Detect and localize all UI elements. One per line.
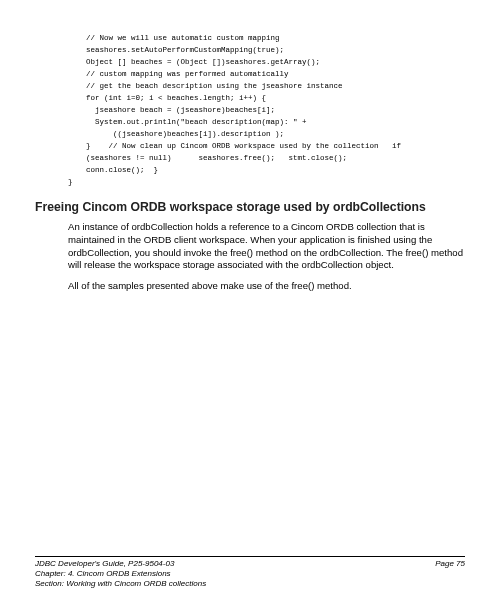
paragraph: An instance of ordbCollection holds a re…: [68, 221, 465, 272]
code-line: (seashores != null) seashores.free(); st…: [68, 154, 347, 162]
footer-title: JDBC Developer's Guide, P25-9504-03: [35, 559, 206, 569]
code-line: Object [] beaches = (Object [])seashores…: [68, 58, 320, 66]
section-heading: Freeing Cincom ORDB workspace storage us…: [35, 200, 465, 215]
code-line: jseashore beach = (jseashore)beaches[i];: [68, 106, 275, 114]
code-line: // custom mapping was performed automati…: [68, 70, 289, 78]
code-line: }: [68, 178, 73, 186]
code-line: } // Now clean up Cincom ORDB workspace …: [68, 142, 401, 150]
footer-divider: [35, 556, 465, 557]
footer-left: JDBC Developer's Guide, P25-9504-03 Chap…: [35, 559, 206, 589]
footer-section: Section: Working with Cincom ORDB collec…: [35, 579, 206, 589]
code-line: // get the beach description using the j…: [68, 82, 343, 90]
paragraph: All of the samples presented above make …: [68, 280, 465, 293]
code-line: ((jseashore)beaches[i]).description );: [68, 130, 284, 138]
code-line: System.out.println("beach description(ma…: [68, 118, 307, 126]
footer-page-number: Page 75: [435, 559, 465, 568]
code-block: // Now we will use automatic custom mapp…: [68, 20, 465, 188]
footer-chapter: Chapter: 4. Cincom ORDB Extensions: [35, 569, 206, 579]
page-footer: JDBC Developer's Guide, P25-9504-03 Chap…: [35, 556, 465, 589]
code-line: // Now we will use automatic custom mapp…: [68, 34, 280, 42]
code-line: seashores.setAutoPerformCustomMapping(tr…: [68, 46, 284, 54]
code-line: for (int i=0; i < beaches.length; i++) {: [68, 94, 266, 102]
code-line: conn.close(); }: [68, 166, 158, 174]
